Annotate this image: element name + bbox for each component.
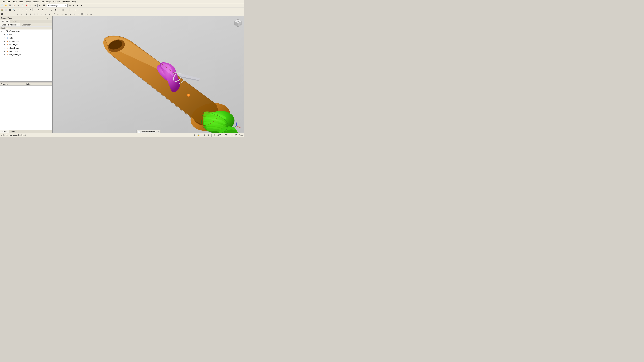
tree-item-flat-nozzle[interactable]: ▶ ● flat_nozzle (0, 50, 52, 53)
view-front-button[interactable]: F (33, 8, 37, 12)
tree-item-closed-cap[interactable]: ▶ ● closed_cap (0, 46, 52, 50)
pd-helix-button[interactable]: ⟳ (48, 12, 51, 16)
panel-divider[interactable]: - - - - (0, 81, 52, 83)
pd-clone-button[interactable]: ⿻ (80, 12, 84, 16)
pd-plane-button[interactable]: ▱ (20, 12, 23, 16)
menu-view[interactable]: View (12, 0, 18, 3)
copy-button[interactable]: 📋 (21, 4, 24, 7)
paste-button[interactable]: 📌 (24, 4, 28, 7)
pd-thickness-button[interactable]: ⊞ (64, 12, 68, 16)
pd-polar-pattern-button[interactable]: ⊙ (77, 12, 80, 16)
svg-text:X: X (240, 127, 241, 128)
menu-file[interactable]: File (1, 0, 6, 3)
new-file-button[interactable]: 📄 (0, 4, 4, 7)
view-flat-button[interactable]: ▣ (61, 8, 65, 12)
tree-item-dim[interactable]: ▶ ⊞ dim (0, 33, 52, 36)
icon-dim: ⊞ (6, 33, 9, 36)
menu-edit[interactable]: Edit (6, 0, 11, 3)
view-box-button[interactable]: ⬜ (4, 8, 8, 12)
pd-loft-button[interactable]: △ (40, 12, 44, 16)
viewport-tab-close-button[interactable]: × (158, 131, 159, 133)
view-wireframe-button[interactable]: ⬡ (50, 8, 53, 12)
menu-part-design[interactable]: Part Design (40, 0, 52, 3)
menu-windows[interactable]: Windows (62, 0, 71, 3)
menu-macro[interactable]: Macro (24, 0, 32, 3)
pd-mirror-button[interactable]: ⇔ (69, 12, 72, 16)
macro-play-button[interactable]: ▶ (80, 4, 83, 7)
tree-label-calc: calc (10, 37, 13, 39)
refresh-button[interactable]: ↺ (38, 4, 42, 7)
svg-point-11 (188, 94, 189, 96)
tree-label-sikaflex: SikaFlex-Nozzles (6, 30, 20, 32)
tab-model[interactable]: Model (0, 20, 10, 23)
pd-draft-button[interactable]: ◁ (60, 12, 64, 16)
tree-item-flat-nozzle-wi[interactable]: ▶ ● flat_nozzle_wi... (0, 53, 52, 56)
pd-rev-button[interactable]: ↺ (32, 12, 36, 16)
viewport[interactable]: TOP L R X Y Z (53, 16, 244, 137)
pd-chamfer-button[interactable]: ◺ (56, 12, 60, 16)
pd-sketch-button[interactable]: ✏ (4, 12, 8, 16)
menu-measure[interactable]: Measure (52, 0, 61, 3)
redo-button[interactable]: ↷ (33, 4, 37, 7)
measure-angular-button[interactable]: ∠ (74, 8, 78, 12)
view-left-button[interactable]: L (41, 8, 44, 12)
view-top-button[interactable]: ▲ (24, 8, 28, 12)
view-perspective-button[interactable]: P (45, 8, 48, 12)
tab-tasks[interactable]: Tasks (10, 20, 20, 23)
view-right-button[interactable]: R (37, 8, 41, 12)
pd-pipe-button[interactable]: ○ (44, 12, 48, 16)
view-solid-button[interactable]: ⬢ (54, 8, 57, 12)
view-forward-button[interactable]: ▶ (21, 8, 24, 12)
menu-tools[interactable]: Tools (18, 0, 24, 3)
stop-button[interactable]: ⬛ (42, 4, 46, 7)
pd-point-button[interactable]: • (12, 12, 16, 16)
pd-bool-button[interactable]: ⊕ (85, 12, 89, 16)
btab-data[interactable]: Data (9, 130, 18, 133)
statusbar-snap-icon[interactable]: ⊕ (203, 134, 206, 136)
open-file-button[interactable]: 📂 (4, 4, 8, 7)
subtab-labels[interactable]: Labels & Attributes (0, 23, 20, 26)
save-button[interactable]: 💾 (8, 4, 12, 7)
tree-item-nozzle01[interactable]: ▶ ● nozzle_01 (0, 43, 52, 46)
tree-item-sikaflex[interactable]: ▼ ● SikaFlex-Nozzles (0, 29, 52, 33)
macro-stop-button[interactable]: ■ (76, 4, 80, 7)
pd-pad-button[interactable]: ⬆ (24, 12, 28, 16)
pd-line-button[interactable]: ╱ (16, 12, 20, 16)
view-home-button[interactable]: 🏠 (0, 8, 4, 12)
save-as-button[interactable]: 📋 (12, 4, 16, 7)
pd-groove-button[interactable]: ↻ (36, 12, 40, 16)
statusbar-lock-icon[interactable]: 🔒 (197, 134, 200, 136)
view-select-button[interactable]: ⬦ (65, 8, 69, 12)
pd-subshape-button[interactable]: ◉ (89, 12, 93, 16)
statusbar-nav-icon[interactable]: ⊙ (207, 134, 210, 136)
viewport-tab-sikaflex[interactable]: 📄 SikaFlex-Nozzles : 1 × (136, 130, 161, 133)
btab-view[interactable]: View (0, 130, 9, 133)
view-zoom-fit-button[interactable]: 🔍 (12, 8, 16, 12)
measure-linear-button[interactable]: ↔ (70, 8, 74, 12)
workbench-dropdown[interactable]: Part Design (47, 4, 67, 7)
combo-view-close-button[interactable]: × (49, 17, 52, 19)
view-bottom-button[interactable]: ▼ (28, 8, 32, 12)
subtab-description[interactable]: Description (20, 23, 33, 26)
menu-help[interactable]: Help (71, 0, 77, 3)
cut-button[interactable]: ✂ (17, 4, 20, 7)
macro-button[interactable]: ⚙ (68, 4, 72, 7)
tree-item-calc[interactable]: ▶ ⊞ calc (0, 36, 52, 39)
section-cut-button[interactable]: ✂ (78, 8, 81, 12)
pd-linear-pattern-button[interactable]: ⊞ (73, 12, 76, 16)
macro-record-button[interactable]: ● (72, 4, 76, 7)
pd-new-body-button[interactable]: ⬛ (0, 12, 4, 16)
orientation-cube[interactable]: TOP L R (234, 18, 242, 27)
axis-indicator: X Y Z (232, 122, 241, 130)
undo-button[interactable]: ↶ (29, 4, 33, 7)
view-back-button[interactable]: ◀ (17, 8, 20, 12)
menu-sketch[interactable]: Sketch (32, 0, 40, 3)
pd-datum-button[interactable]: | (8, 12, 12, 16)
pd-fillet-button[interactable]: ⌒ (52, 12, 56, 16)
tree-item-master-nut[interactable]: ▶ ● master_nut (0, 39, 52, 43)
statusbar-grid-icon[interactable]: ⊞ (193, 134, 196, 136)
pd-pocket-button[interactable]: ⬇ (28, 12, 32, 16)
view-shaded-button[interactable]: ● (57, 8, 61, 12)
view-3d-button[interactable]: ⬛ (8, 8, 12, 12)
combo-view-float-button[interactable]: ⊡ (46, 17, 49, 19)
